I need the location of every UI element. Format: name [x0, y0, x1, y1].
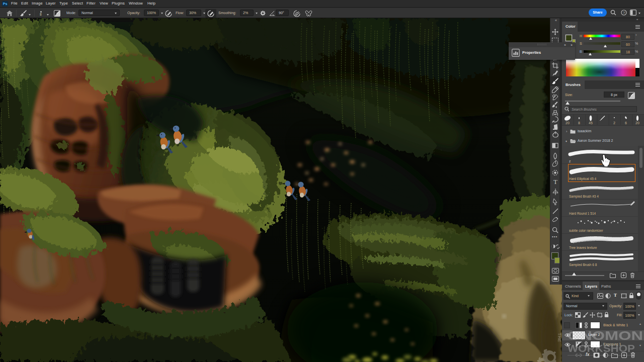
svg-text:8: 8: [578, 121, 580, 125]
svg-text:6: 6: [625, 121, 627, 125]
svg-text:T: T: [553, 178, 557, 185]
svg-text:20: 20: [635, 121, 639, 125]
svg-text:THE: THE: [557, 333, 562, 342]
svg-text:20: 20: [566, 121, 570, 125]
svg-text:?: ?: [623, 11, 625, 15]
svg-text:WORKSHOP: WORKSHOP: [568, 342, 635, 354]
svg-text:GNOMON: GNOMON: [568, 329, 643, 342]
svg-text:45: 45: [589, 121, 593, 125]
svg-text:2: 2: [613, 121, 615, 125]
